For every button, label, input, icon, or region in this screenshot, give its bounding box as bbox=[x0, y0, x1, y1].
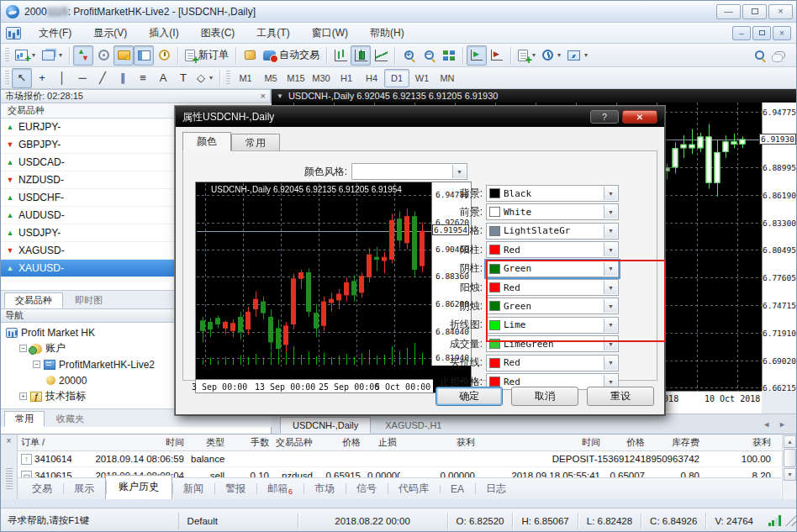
vline-tool-button[interactable]: │ bbox=[52, 68, 72, 88]
collapse-icon[interactable]: − bbox=[19, 345, 27, 352]
chart-menu-icon[interactable] bbox=[6, 27, 21, 40]
color-select-green[interactable]: Green▼ bbox=[486, 298, 619, 314]
table-row[interactable]: ↑34106142018.09.14 08:06:59balanceDEPOSI… bbox=[18, 451, 781, 467]
terminal-close-icon[interactable]: × bbox=[1, 435, 17, 445]
terminal-tab-交易[interactable]: 交易 bbox=[21, 478, 63, 499]
cancel-button[interactable]: 取消 bbox=[511, 387, 578, 406]
dialog-close-icon[interactable]: ✕ bbox=[622, 110, 657, 124]
terminal-toggle-button[interactable] bbox=[134, 45, 154, 66]
terminal-scrollbar[interactable]: ▲ ▼ bbox=[782, 435, 796, 499]
terminal-drag-grip[interactable] bbox=[6, 468, 13, 490]
bar-chart-button[interactable] bbox=[330, 45, 351, 66]
menu-item-w[interactable]: 窗口(W) bbox=[301, 24, 359, 43]
terminal-column-0[interactable]: 订单 / bbox=[18, 436, 92, 449]
terminal-column-6[interactable]: 止损 bbox=[364, 436, 400, 449]
color-select-red[interactable]: Red▼ bbox=[486, 279, 619, 296]
color-select-lightslategr[interactable]: LightSlateGr▼ bbox=[486, 223, 619, 240]
tab-scroll-right-icon[interactable]: ► bbox=[779, 420, 786, 429]
toolbar-grip[interactable] bbox=[5, 48, 9, 63]
menu-item-f[interactable]: 文件(F) bbox=[28, 24, 82, 43]
chart-shift-button[interactable] bbox=[487, 45, 507, 66]
dialog-tab-颜色[interactable]: 颜色 bbox=[182, 132, 231, 151]
market-watch-toggle-button[interactable] bbox=[73, 45, 93, 66]
trendline-tool-button[interactable]: ╱ bbox=[92, 68, 113, 88]
color-select-lime[interactable]: Lime▼ bbox=[486, 317, 619, 334]
profiles-button[interactable]: ▾ bbox=[39, 45, 66, 66]
strategy-tester-button[interactable] bbox=[154, 45, 174, 66]
menu-item-i[interactable]: 插入(I) bbox=[138, 24, 189, 43]
reset-button[interactable]: 重设 bbox=[587, 387, 654, 406]
terminal-tab-新闻[interactable]: 新闻 bbox=[172, 478, 214, 499]
color-select-green[interactable]: Green▼ bbox=[486, 261, 619, 277]
chat-button[interactable] bbox=[769, 45, 789, 66]
close-button[interactable]: × bbox=[768, 4, 793, 19]
timeframe-m1-button[interactable]: M1 bbox=[233, 69, 258, 87]
terminal-column-1[interactable]: 时间 bbox=[92, 436, 187, 449]
navigator-tab-收藏夹[interactable]: 收藏夹 bbox=[45, 411, 95, 427]
expand-icon[interactable]: + bbox=[19, 392, 27, 400]
zoom-in-button[interactable] bbox=[398, 45, 419, 66]
price-scale[interactable]: 6.947756.889956.861906.833006.804956.776… bbox=[762, 103, 797, 391]
restore-button[interactable] bbox=[742, 4, 767, 19]
terminal-tab-市场[interactable]: 市场 bbox=[303, 478, 346, 499]
timeframe-h1-button[interactable]: H1 bbox=[334, 69, 359, 87]
minimize-button[interactable]: — bbox=[716, 4, 741, 19]
fibonacci-tool-button[interactable]: ≡ bbox=[133, 68, 153, 88]
child-restore-button[interactable] bbox=[752, 26, 771, 40]
chart-window-caption[interactable]: ▼ USDCNH-,Daily 6.92045 6.92135 6.91205 … bbox=[272, 89, 797, 103]
menu-item-v[interactable]: 显示(V) bbox=[82, 24, 138, 43]
status-profile[interactable]: Default bbox=[179, 513, 298, 529]
scroll-up-icon[interactable]: ▲ bbox=[784, 435, 796, 448]
color-scheme-select[interactable]: ▼ bbox=[351, 163, 467, 180]
hline-tool-button[interactable]: ─ bbox=[72, 68, 92, 88]
color-select-red[interactable]: Red▼ bbox=[486, 241, 619, 258]
timeframe-m15-button[interactable]: M15 bbox=[283, 69, 309, 87]
terminal-column-11[interactable]: 获利 bbox=[703, 436, 774, 449]
chart-tab-USDCNHDaily[interactable]: USDCNH-,Daily bbox=[280, 417, 371, 434]
child-minimize-button[interactable]: – bbox=[732, 26, 751, 40]
candlestick-button[interactable] bbox=[351, 45, 371, 66]
color-select-limegreen[interactable]: LimeGreen▼ bbox=[486, 335, 619, 352]
terminal-column-4[interactable]: 交易品种 bbox=[272, 436, 316, 449]
timeframe-mn-button[interactable]: MN bbox=[435, 69, 460, 87]
cursor-tool-button[interactable]: ↖ bbox=[12, 68, 32, 88]
tab-scroll-left-icon[interactable]: ◄ bbox=[763, 420, 770, 429]
terminal-tab-展示[interactable]: 展示 bbox=[63, 478, 105, 499]
dialog-tab-常用[interactable]: 常用 bbox=[231, 134, 280, 151]
navigator-tab-常用[interactable]: 常用 bbox=[4, 411, 45, 427]
terminal-column-headers[interactable]: 订单 /时间类型手数交易品种价格止损获利时间价格库存费获利 bbox=[18, 435, 781, 451]
scrollbar-thumb[interactable] bbox=[784, 449, 796, 467]
autotrading-button[interactable]: 自动交易 bbox=[260, 45, 323, 66]
terminal-column-7[interactable]: 获利 bbox=[400, 436, 478, 449]
resize-grip[interactable] bbox=[785, 515, 796, 526]
menu-item-h[interactable]: 帮助(H) bbox=[359, 24, 415, 43]
terminal-tab-邮箱[interactable]: 邮箱6 bbox=[256, 478, 303, 499]
terminal-column-10[interactable]: 库存费 bbox=[648, 436, 703, 449]
color-select-black[interactable]: Black▼ bbox=[486, 185, 619, 202]
terminal-tab-警报[interactable]: 警报 bbox=[214, 478, 256, 499]
zoom-out-button[interactable] bbox=[419, 45, 439, 66]
terminal-column-3[interactable]: 手数 bbox=[228, 436, 272, 449]
terminal-tab-账户历史[interactable]: 账户历史 bbox=[105, 475, 172, 499]
scroll-down-icon[interactable]: ▼ bbox=[784, 468, 796, 481]
new-order-button[interactable]: 新订单 bbox=[182, 45, 232, 66]
market-watch-close-icon[interactable]: × bbox=[261, 92, 266, 101]
text-tool-button[interactable]: A bbox=[153, 68, 173, 88]
navigator-toggle-button[interactable] bbox=[113, 45, 134, 66]
market-watch-tab-交易品种[interactable]: 交易品种 bbox=[4, 292, 63, 308]
label-tool-button[interactable]: T bbox=[173, 68, 193, 88]
search-button[interactable] bbox=[749, 45, 769, 66]
terminal-tab-日志[interactable]: 日志 bbox=[475, 478, 517, 499]
dialog-title-bar[interactable]: 属性USDCNH-,Daily ? ✕ bbox=[176, 107, 664, 127]
timeframe-h4-button[interactable]: H4 bbox=[359, 69, 384, 87]
line-chart-button[interactable] bbox=[371, 45, 391, 66]
terminal-tab-信号[interactable]: 信号 bbox=[346, 478, 388, 499]
color-select-white[interactable]: White▼ bbox=[486, 203, 619, 220]
timeframe-d1-button[interactable]: D1 bbox=[384, 69, 409, 87]
timeframe-m30-button[interactable]: M30 bbox=[309, 69, 334, 87]
collapse-icon[interactable]: − bbox=[33, 361, 40, 368]
auto-scroll-button[interactable] bbox=[467, 45, 487, 66]
toolbar-grip[interactable] bbox=[226, 71, 230, 86]
terminal-tab-EA[interactable]: EA bbox=[440, 480, 475, 498]
terminal-tab-代码库[interactable]: 代码库 bbox=[388, 478, 440, 499]
